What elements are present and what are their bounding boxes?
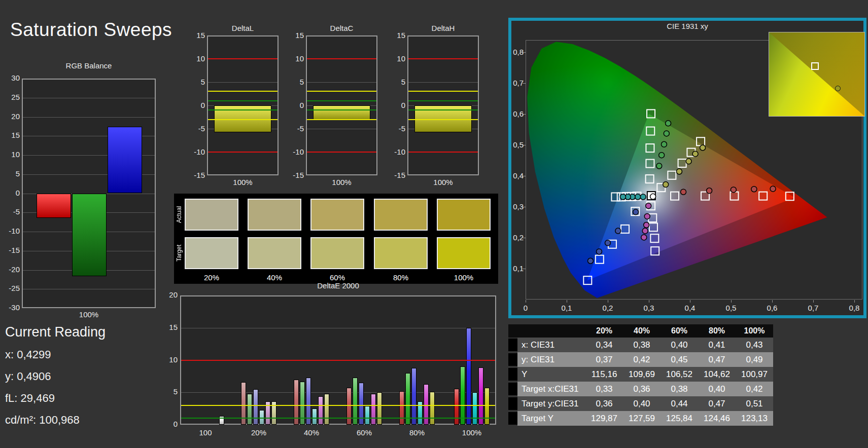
limit-line [408, 58, 478, 59]
deltae-bar [484, 388, 490, 425]
limit-line [307, 58, 376, 59]
cie-measured-marker-cyan [620, 194, 626, 200]
cie-measured-marker-white [650, 194, 656, 199]
current-reading-x: x: 0,4299 [5, 348, 167, 361]
rgb-bar-red [37, 194, 71, 218]
table-header-cell: 40% [623, 324, 661, 338]
limit-line [181, 360, 495, 361]
y-tick-label: 5 [388, 78, 405, 86]
cie-y-tick-label: 0,6 [509, 110, 524, 118]
cie-x-tick-label: 0,2 [598, 304, 618, 312]
cie-measured-marker-magenta [641, 235, 647, 240]
cie-zoom-inset-shade [769, 32, 864, 116]
table-cell: 0,44 [661, 396, 698, 411]
limit-line [408, 119, 478, 120]
gridline [208, 82, 277, 83]
table-row-label: Target Y [517, 411, 585, 426]
cie-x-tick-label: 0,4 [680, 304, 700, 312]
cie-measured-marker-green [664, 131, 669, 136]
limit-line [307, 152, 376, 153]
gridline [408, 82, 478, 83]
deltae-group-label: 40% [291, 429, 332, 437]
table-row-label: x: CIE31 [517, 338, 585, 352]
limit-line [408, 152, 478, 153]
cie-measured-marker-cyan [640, 194, 646, 200]
gridline [181, 328, 495, 328]
table-cell: 124,46 [698, 411, 736, 426]
table-cell: 109,69 [623, 367, 661, 382]
table-cell: 0,38 [661, 382, 698, 396]
gridline [181, 392, 495, 393]
y-tick-label: 0 [287, 101, 304, 109]
deltae-group-label: 60% [344, 429, 385, 437]
deltae-group-label: 100 [185, 429, 226, 437]
cie-y-tick-label: 0,4 [509, 172, 524, 180]
y-tick-label: 5 [0, 170, 20, 178]
gridline [23, 117, 155, 118]
deltaH-xlabel: 100% [407, 178, 479, 186]
deltae-bar [411, 368, 416, 425]
y-tick-label: 10 [0, 151, 20, 159]
deltae-bar [466, 328, 471, 425]
deltae-group-label: 20% [238, 429, 279, 437]
cie-measured-marker-magenta [644, 213, 650, 219]
cie-measured-marker-yellow [700, 145, 706, 151]
table-row-stub [508, 368, 517, 381]
y-tick-label: -15 [0, 246, 20, 254]
swatch-actual [185, 199, 238, 231]
limit-line [208, 109, 277, 110]
limit-line [208, 100, 277, 101]
limit-line [408, 100, 478, 101]
y-tick-label: 20 [0, 113, 20, 121]
table-cell: 0,43 [736, 338, 773, 352]
limit-line [408, 91, 478, 92]
y-tick-label: 25 [0, 93, 20, 101]
cie-y-tick-label: 0,2 [509, 234, 524, 242]
y-tick-label: 10 [188, 55, 205, 63]
table-cell: 127,59 [623, 411, 661, 426]
y-tick-label: 5 [287, 78, 304, 86]
y-tick-label: 10 [287, 55, 304, 63]
y-tick-label: 0 [188, 101, 205, 109]
y-tick-label: 30 [0, 74, 20, 82]
deltae-bar [405, 373, 410, 425]
table-cell: 129,87 [585, 411, 623, 426]
y-tick-label: 0 [388, 101, 405, 109]
cie-measured-marker-yellow [692, 151, 698, 157]
table-cell: 125,84 [661, 411, 698, 426]
deltaL-title: DeltaL [207, 24, 279, 32]
gridline [307, 82, 376, 83]
deltae-bar [371, 394, 376, 425]
gridline [23, 289, 155, 289]
table-row-stub [508, 339, 517, 351]
cie-x-tick-label: 0,1 [557, 304, 577, 312]
table-cell: 0,45 [661, 352, 698, 367]
y-tick-label: 15 [188, 31, 205, 40]
deltaC-xlabel: 100% [306, 178, 377, 186]
y-tick-label: 15 [388, 31, 405, 40]
y-tick-label: 20 [162, 291, 178, 299]
swatch-col-label: 100% [437, 273, 491, 281]
y-tick-label: 5 [188, 78, 205, 86]
cie-x-tick [813, 300, 814, 303]
cie-x-tick-label: 0,7 [803, 304, 823, 312]
deltae-bar [253, 389, 258, 425]
cie-measured-marker-blue [605, 240, 611, 246]
cie-x-tick-label: 0 [515, 304, 536, 312]
table-cell: 0,42 [623, 352, 661, 367]
cie-measured-marker-red [707, 188, 712, 194]
rgb-bar-green [72, 194, 107, 276]
cie-x-tick [526, 300, 526, 303]
cie-measured-marker-cyan [635, 194, 641, 200]
current-reading-cdm2: cd/m²: 100,968 [5, 414, 167, 427]
table-cell: 0,49 [736, 352, 773, 367]
cie-x-tick [731, 300, 732, 303]
cie-y-tick-label: 0,5 [509, 141, 524, 149]
cie-x-tick [567, 300, 567, 303]
cie-measured-marker-red [751, 186, 757, 192]
y-tick-label: 0 [162, 420, 178, 428]
cie-measured-marker-green [661, 141, 667, 147]
table-row-label: Y [517, 367, 585, 382]
swatch-actual [310, 199, 364, 231]
cie-inset-target-marker [811, 62, 819, 70]
